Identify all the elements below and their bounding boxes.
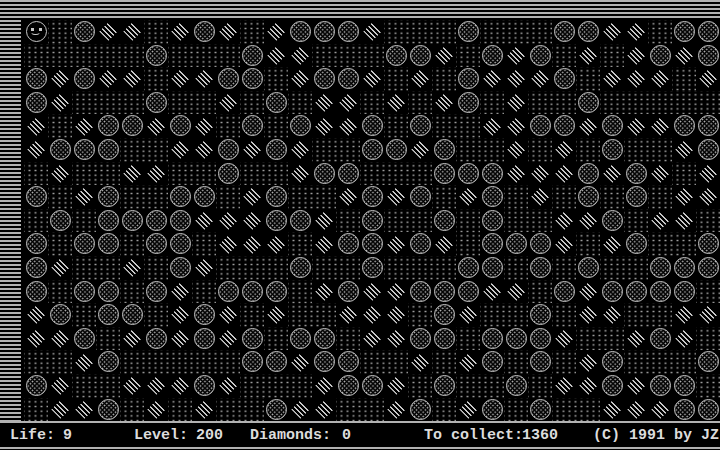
tile-diamond [579, 117, 597, 135]
tile-diamond [555, 164, 573, 182]
tile-boulder [338, 375, 359, 396]
tile-dirt [144, 20, 168, 44]
tile-boulder [410, 233, 431, 254]
tile-boulder [602, 375, 623, 396]
tile-boulder [434, 304, 455, 325]
tile-diamond [27, 306, 45, 324]
tile-dirt [144, 303, 168, 327]
tile-dirt [240, 162, 264, 186]
tile-boulder [26, 92, 47, 113]
tile-dirt [216, 398, 240, 422]
tile-dirt [648, 232, 672, 256]
tile-boulder [602, 281, 623, 302]
tile-boulder [74, 21, 95, 42]
tile-dirt [504, 398, 528, 422]
tile-diamond [531, 188, 549, 206]
tile-diamond [147, 376, 165, 394]
tile-dirt [384, 256, 408, 280]
tile-boulder [410, 281, 431, 302]
tile-diamond [195, 400, 213, 418]
tile-diamond [411, 353, 429, 371]
tile-boulder [458, 163, 479, 184]
tile-diamond [171, 376, 189, 394]
tile-boulder [674, 257, 695, 278]
tile-boulder [650, 257, 671, 278]
tile-diamond [315, 235, 333, 253]
tile-diamond [363, 329, 381, 347]
tile-diamond [147, 164, 165, 182]
tile-boulder [98, 139, 119, 160]
tile-diamond [411, 70, 429, 88]
tile-diamond [387, 376, 405, 394]
tile-boulder [50, 210, 71, 231]
tile-dirt [504, 209, 528, 233]
tile-diamond [387, 329, 405, 347]
tile-boulder [338, 233, 359, 254]
tile-diamond [243, 140, 261, 158]
tile-diamond [219, 306, 237, 324]
tile-diamond [675, 46, 693, 64]
tile-dirt [456, 232, 480, 256]
tile-diamond [51, 329, 69, 347]
tile-dirt [72, 256, 96, 280]
tile-dirt [336, 209, 360, 233]
tile-boulder [314, 21, 335, 42]
tile-diamond [579, 376, 597, 394]
tile-diamond [51, 376, 69, 394]
tile-dirt [96, 44, 120, 68]
tile-dirt [432, 256, 456, 280]
tile-dirt [72, 44, 96, 68]
tile-dirt [528, 374, 552, 398]
tile-boulder [482, 210, 503, 231]
tile-diamond [531, 70, 549, 88]
tile-diamond [387, 188, 405, 206]
tile-player [26, 21, 47, 42]
tile-diamond [579, 306, 597, 324]
tile-boulder [506, 375, 527, 396]
tile-dirt [96, 256, 120, 280]
tile-boulder [626, 233, 647, 254]
tile-dirt [72, 374, 96, 398]
tile-dirt [384, 162, 408, 186]
tile-dirt [120, 185, 144, 209]
tile-diamond [387, 306, 405, 324]
tile-dirt [480, 91, 504, 115]
game-field[interactable] [0, 0, 720, 421]
tile-boulder [338, 68, 359, 89]
tile-dirt [408, 256, 432, 280]
tile-diamond [27, 329, 45, 347]
tile-boulder [530, 304, 551, 325]
tile-boulder [26, 375, 47, 396]
tile-diamond [171, 140, 189, 158]
tile-diamond [435, 93, 453, 111]
tile-diamond [291, 353, 309, 371]
tile-boulder [386, 139, 407, 160]
tile-dirt [408, 303, 432, 327]
tile-boulder [194, 186, 215, 207]
tile-boulder [98, 281, 119, 302]
tile-dirt [384, 20, 408, 44]
tile-dirt [96, 91, 120, 115]
tile-diamond [627, 376, 645, 394]
tile-diamond [219, 211, 237, 229]
tile-boulder [146, 233, 167, 254]
tile-boulder [482, 399, 503, 420]
tile-dirt [72, 162, 96, 186]
tile-dirt [552, 350, 576, 374]
tile-boulder [50, 304, 71, 325]
tile-boulder [458, 281, 479, 302]
tile-boulder [266, 351, 287, 372]
tile-dirt [288, 232, 312, 256]
tile-dirt [288, 303, 312, 327]
tile-dirt [312, 44, 336, 68]
tile-dirt [576, 398, 600, 422]
tile-dirt [360, 44, 384, 68]
tile-diamond [147, 400, 165, 418]
tile-boulder [482, 351, 503, 372]
tile-dirt [144, 67, 168, 91]
tile-diamond [435, 235, 453, 253]
tile-dirt [432, 67, 456, 91]
tile-diamond [411, 140, 429, 158]
tile-boulder [458, 68, 479, 89]
tile-diamond [651, 211, 669, 229]
